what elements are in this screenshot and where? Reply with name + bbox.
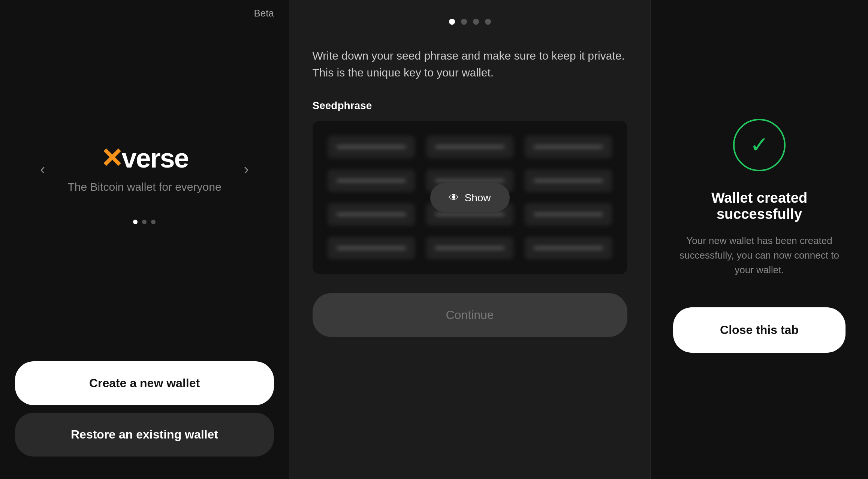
seed-word-10 <box>328 237 415 259</box>
seed-word-1 <box>328 136 415 158</box>
logo-area: ✕verse The Bitcoin wallet for everyone <box>67 145 221 193</box>
seed-grid-container: 👁 Show <box>313 121 627 274</box>
beta-badge: Beta <box>254 7 274 19</box>
success-circle: ✓ <box>733 119 786 171</box>
seed-word-4 <box>328 169 415 192</box>
seed-word-6 <box>525 169 612 192</box>
dot-1 <box>133 220 138 224</box>
seed-word-3 <box>525 136 612 158</box>
logo-word: verse <box>121 145 188 172</box>
show-seed-button[interactable]: 👁 Show <box>430 183 509 212</box>
seed-word-11 <box>426 237 513 259</box>
dot-2 <box>142 220 147 224</box>
success-description: Your new wallet has been created success… <box>673 234 846 277</box>
seed-dot-2 <box>461 19 467 25</box>
prev-arrow[interactable]: ‹ <box>40 162 45 177</box>
checkmark-icon: ✓ <box>750 134 769 156</box>
seed-word-9 <box>525 203 612 226</box>
seed-label: Seedphrase <box>313 100 627 112</box>
seed-dots <box>449 19 491 25</box>
close-tab-button[interactable]: Close this tab <box>673 307 846 353</box>
carousel-nav: ‹ ✕verse The Bitcoin wallet for everyone… <box>40 145 249 193</box>
next-arrow[interactable]: › <box>244 162 249 177</box>
dot-3 <box>151 220 156 224</box>
xverse-logo: ✕verse <box>100 145 188 172</box>
success-panel: ✓ Wallet created successfully Your new w… <box>651 0 868 479</box>
logo-x: ✕ <box>100 145 122 172</box>
seed-word-7 <box>328 203 415 226</box>
seed-dot-4 <box>485 19 491 25</box>
welcome-center: ‹ ✕verse The Bitcoin wallet for everyone… <box>40 7 249 361</box>
welcome-buttons: Create a new wallet Restore an existing … <box>15 361 274 457</box>
tagline: The Bitcoin wallet for everyone <box>67 181 221 193</box>
eye-icon: 👁 <box>449 192 459 204</box>
seed-description: Write down your seed phrase and make sur… <box>313 47 627 81</box>
restore-wallet-button[interactable]: Restore an existing wallet <box>15 413 274 457</box>
welcome-panel: Beta ‹ ✕verse The Bitcoin wallet for eve… <box>0 0 289 479</box>
continue-button[interactable]: Continue <box>313 293 627 337</box>
carousel-dots <box>133 220 156 224</box>
seed-word-2 <box>426 136 513 158</box>
seed-dot-3 <box>473 19 479 25</box>
seed-word-12 <box>525 237 612 259</box>
seed-dot-1 <box>449 19 455 25</box>
create-wallet-button[interactable]: Create a new wallet <box>15 361 274 405</box>
success-icon-area: ✓ <box>733 119 786 171</box>
success-title: Wallet created successfully <box>673 190 846 222</box>
seed-panel: Write down your seed phrase and make sur… <box>289 0 651 479</box>
show-label: Show <box>464 192 491 204</box>
